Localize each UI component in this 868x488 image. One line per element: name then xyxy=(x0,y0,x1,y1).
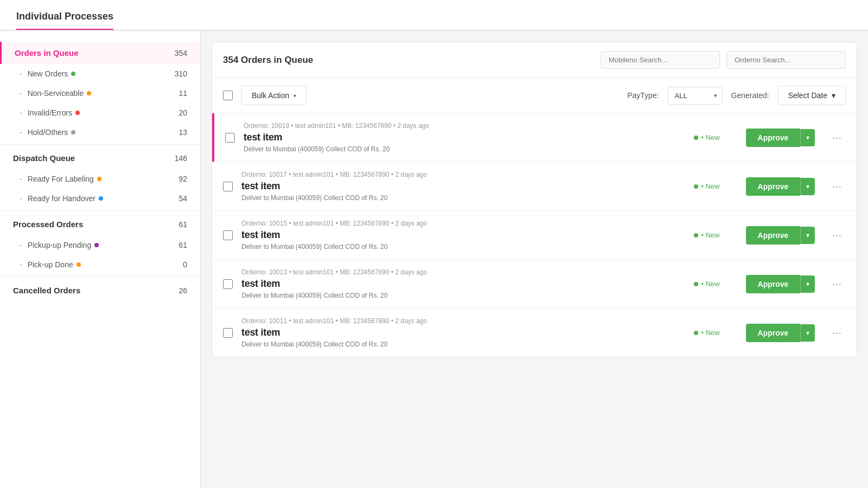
bulk-action-button[interactable]: Bulk Action ▾ xyxy=(241,86,307,105)
sub-label-text: Pickup-up Pending xyxy=(28,241,92,249)
order-checkbox[interactable] xyxy=(223,182,233,191)
order-row-inner: Orderno: 10015 • test admin101 • MB: 123… xyxy=(212,211,857,259)
dash-icon: - xyxy=(20,260,22,269)
status-text: • New xyxy=(701,182,720,190)
approve-dropdown-button[interactable]: ▾ xyxy=(800,275,815,293)
sidebar-section-label-2: Processed Orders xyxy=(13,220,83,229)
orderno-search-input[interactable] xyxy=(726,51,846,69)
sidebar-main-item-2[interactable]: Processed Orders61 xyxy=(0,213,200,235)
status-dot-icon xyxy=(694,184,698,189)
order-row-inner: Orderno: 10011 • test admin101 • MB: 123… xyxy=(212,309,857,357)
paytype-select-wrapper: ALLCODPREPAID xyxy=(668,87,723,105)
sidebar-section-2: Processed Orders61- Pickup-up Pending61-… xyxy=(0,213,200,277)
approve-button[interactable]: Approve xyxy=(746,324,801,342)
mobile-search-input[interactable] xyxy=(601,51,720,69)
sub-label-text: New Orders xyxy=(28,69,68,78)
order-name: test item xyxy=(241,181,685,192)
sidebar-section-count-0: 354 xyxy=(175,49,187,57)
main-content: 354 Orders in Queue Bulk Action ▾ PayTyp… xyxy=(201,31,868,488)
dash-icon: - xyxy=(20,89,22,98)
paytype-select[interactable]: ALLCODPREPAID xyxy=(668,87,723,105)
sidebar-sub-item-0-1[interactable]: - Non-Serviceable11 xyxy=(0,84,200,103)
panel-title: 354 Orders in Queue xyxy=(223,55,594,66)
approve-dropdown-button[interactable]: ▾ xyxy=(800,178,815,195)
status-dot-icon xyxy=(694,331,698,335)
more-options-button[interactable]: ··· xyxy=(828,129,846,146)
more-options-button[interactable]: ··· xyxy=(828,178,846,195)
order-meta: Orderno: 10019 • test admin101 • MB: 123… xyxy=(244,122,685,130)
order-checkbox[interactable] xyxy=(223,230,233,240)
sidebar-sub-item-1-0[interactable]: - Ready For Labeling92 xyxy=(0,169,200,189)
order-checkbox[interactable] xyxy=(223,279,233,289)
sub-count: 11 xyxy=(178,89,187,98)
sidebar: Orders in Queue354- New Orders310- Non-S… xyxy=(0,31,201,488)
dash-icon: - xyxy=(20,241,22,249)
sidebar-main-item-0[interactable]: Orders in Queue354 xyxy=(0,42,200,64)
sub-label-text: Hold/Others xyxy=(28,128,68,137)
order-name: test item xyxy=(244,132,685,143)
more-options-button[interactable]: ··· xyxy=(828,324,846,341)
approve-group: Approve▾ xyxy=(746,226,815,245)
approve-dropdown-button[interactable]: ▾ xyxy=(800,129,815,146)
approve-button[interactable]: Approve xyxy=(746,275,801,293)
sidebar-section-count-1: 146 xyxy=(175,154,187,163)
sidebar-sub-item-1-1[interactable]: - Ready for Handover54 xyxy=(0,189,200,208)
order-name: test item xyxy=(241,278,685,290)
order-status: • New xyxy=(694,280,737,288)
order-delivery: Deliver to Mumbai (400059) Collect COD o… xyxy=(241,341,685,348)
order-name: test item xyxy=(241,327,685,338)
status-dot-icon xyxy=(94,243,99,247)
select-all-checkbox[interactable] xyxy=(223,91,233,100)
approve-group: Approve▾ xyxy=(746,129,815,147)
status-text: • New xyxy=(701,133,720,142)
approve-button[interactable]: Approve xyxy=(746,129,801,147)
more-options-button[interactable]: ··· xyxy=(828,227,846,243)
sidebar-divider xyxy=(0,277,200,277)
select-date-label: Select Date xyxy=(788,91,827,100)
order-row: Orderno: 10019 • test admin101 • MB: 123… xyxy=(212,113,857,162)
order-meta: Orderno: 10017 • test admin101 • MB: 123… xyxy=(241,171,685,178)
more-options-button[interactable]: ··· xyxy=(828,275,846,292)
order-status: • New xyxy=(694,231,737,239)
status-dot-icon xyxy=(694,233,698,237)
approve-dropdown-button[interactable]: ▾ xyxy=(800,324,815,342)
sidebar-main-item-1[interactable]: Dispatch Queue146 xyxy=(0,147,200,169)
bulk-action-label: Bulk Action xyxy=(252,91,289,100)
approve-group: Approve▾ xyxy=(746,177,815,196)
order-meta: Orderno: 10013 • test admin101 • MB: 123… xyxy=(241,268,685,276)
sub-label-text: Ready for Handover xyxy=(28,194,95,203)
status-dot-icon xyxy=(694,136,698,140)
approve-group: Approve▾ xyxy=(746,275,815,293)
order-info: Orderno: 10017 • test admin101 • MB: 123… xyxy=(241,171,685,202)
sub-count: 13 xyxy=(178,128,187,137)
select-date-button[interactable]: Select Date ▾ xyxy=(778,86,846,105)
order-checkbox[interactable] xyxy=(223,328,233,338)
order-row-inner: Orderno: 10017 • test admin101 • MB: 123… xyxy=(212,162,857,210)
order-row-inner: Orderno: 10013 • test admin101 • MB: 123… xyxy=(212,260,857,308)
sidebar-sub-item-0-2[interactable]: - Invalid/Errors20 xyxy=(0,103,200,123)
status-dot-icon xyxy=(87,91,91,95)
sidebar-section-0: Orders in Queue354- New Orders310- Non-S… xyxy=(0,42,200,145)
order-delivery: Deliver to Mumbai (400059) Collect COD o… xyxy=(241,194,685,202)
orders-list: Orderno: 10019 • test admin101 • MB: 123… xyxy=(212,113,857,357)
approve-dropdown-button[interactable]: ▾ xyxy=(800,227,815,244)
order-info: Orderno: 10011 • test admin101 • MB: 123… xyxy=(241,317,685,348)
sub-count: 61 xyxy=(178,241,187,249)
sidebar-sub-item-0-0[interactable]: - New Orders310 xyxy=(0,64,200,84)
sidebar-section-label-0: Orders in Queue xyxy=(15,48,79,57)
sidebar-sub-item-2-1[interactable]: - Pick-up Done0 xyxy=(0,255,200,274)
sidebar-main-item-3[interactable]: Cancelled Orders26 xyxy=(0,279,200,301)
status-text: • New xyxy=(701,231,720,239)
sidebar-section-count-2: 61 xyxy=(178,220,187,229)
sidebar-divider xyxy=(0,210,200,211)
orders-panel: 354 Orders in Queue Bulk Action ▾ PayTyp… xyxy=(212,42,857,357)
sidebar-sub-item-2-0[interactable]: - Pickup-up Pending61 xyxy=(0,235,200,255)
approve-button[interactable]: Approve xyxy=(746,177,801,196)
order-name: test item xyxy=(241,229,685,241)
dash-icon: - xyxy=(20,194,22,203)
sidebar-divider xyxy=(0,304,200,304)
approve-button[interactable]: Approve xyxy=(746,226,801,245)
sidebar-sub-item-0-3[interactable]: - Hold/Others13 xyxy=(0,123,200,142)
order-checkbox[interactable] xyxy=(225,133,235,143)
status-dot-icon xyxy=(76,262,81,267)
